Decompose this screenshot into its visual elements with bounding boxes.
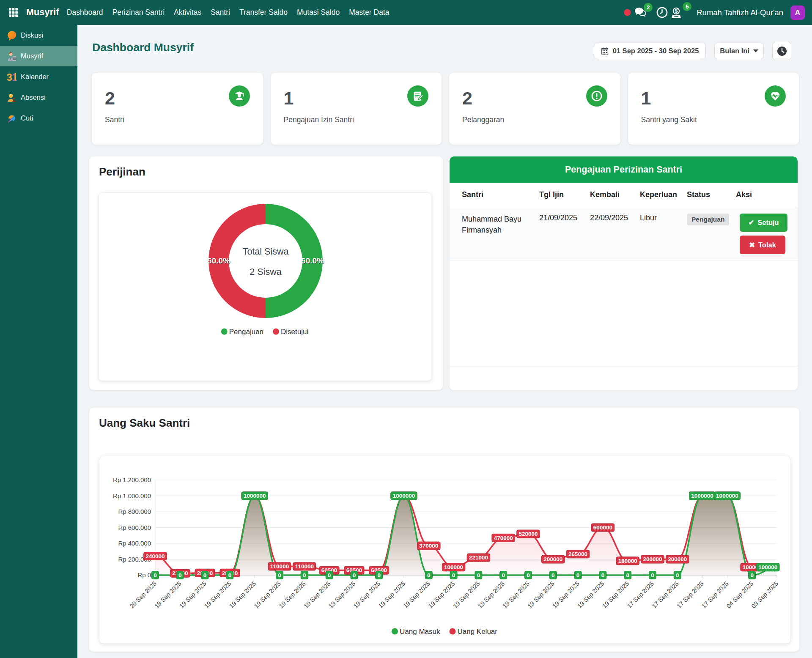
money-badge: 5 <box>683 2 691 11</box>
nav-item-perizinan-santri[interactable]: Perizinan Santri <box>107 0 169 25</box>
legend-item-0[interactable]: Pengajuan <box>221 328 263 336</box>
col-keperluan: Keperluan <box>640 183 687 207</box>
period-dropdown[interactable]: Bulan Ini <box>714 43 764 59</box>
stat-label: Santri yang Sakit <box>641 115 697 124</box>
money-button[interactable]: $ 5 <box>670 6 683 19</box>
musyrif-person-icon <box>7 51 17 61</box>
clock-icon <box>777 46 787 56</box>
svg-text:520000: 520000 <box>518 531 538 537</box>
x-icon: ✖ <box>749 241 755 249</box>
nav-item-transfer-saldo[interactable]: Transfer Saldo <box>235 0 292 25</box>
cell-aksi: ✔Setuju ✖Tolak <box>736 207 798 260</box>
svg-text:110000: 110000 <box>270 563 289 570</box>
top-navbar: Musyrif Dashboard Perizinan Santri Aktiv… <box>0 0 812 25</box>
avatar[interactable]: A <box>790 5 805 20</box>
svg-text:$: $ <box>675 8 678 14</box>
navbar-right: 2 $ 5 Rumah Tahfizh Al-Qur'an A <box>624 5 812 20</box>
cell-keperluan: Libur <box>640 207 687 260</box>
svg-text:200000: 200000 <box>643 556 662 562</box>
legend-item-1[interactable]: Disetujui <box>273 328 308 336</box>
stat-value: 1 <box>284 88 294 109</box>
requests-card-title: Pengajuan Perizinan Santri <box>450 156 798 183</box>
approve-button[interactable]: ✔Setuju <box>740 214 787 232</box>
sidebar-item-label: Cuti <box>21 114 33 122</box>
svg-text:265000: 265000 <box>568 551 587 557</box>
svg-text:0: 0 <box>228 572 232 578</box>
svg-text:50.0%: 50.0% <box>301 256 324 265</box>
svg-text:0: 0 <box>551 572 555 578</box>
col-tgl-ijin: Tgl Ijin <box>539 183 590 207</box>
svg-text:3: 3 <box>7 72 12 82</box>
svg-text:0: 0 <box>626 572 629 578</box>
table-row: Muhammad Bayu Firmansyah 21/09/2025 22/0… <box>450 207 798 260</box>
cell-status: Pengajuan <box>687 207 736 260</box>
nav-item-mutasi-saldo[interactable]: Mutasi Saldo <box>292 0 344 25</box>
history-button[interactable] <box>656 7 668 18</box>
header-controls: 01 Sep 2025 - 30 Sep 2025 Bulan Ini <box>594 42 791 60</box>
col-aksi: Aksi <box>736 183 798 207</box>
nav-item-aktivitas[interactable]: Aktivitas <box>169 0 206 25</box>
sidebar-item-label: Diskusi <box>21 31 43 39</box>
sidebar-item-diskusi[interactable]: Diskusi <box>0 25 77 46</box>
svg-text:1: 1 <box>12 72 17 82</box>
apps-grid-icon[interactable] <box>9 8 18 17</box>
cuti-umbrella-icon <box>7 113 17 123</box>
sidebar-item-kalender[interactable]: 3 1 Kalender <box>0 66 77 87</box>
svg-text:221000: 221000 <box>469 554 488 561</box>
exclamation-circle-icon <box>586 85 607 107</box>
record-dot-icon[interactable] <box>624 9 631 16</box>
requests-card: Pengajuan Perizinan Santri Santri Tgl Ij… <box>450 156 798 390</box>
status-badge: Pengajuan <box>687 214 729 225</box>
svg-text:180000: 180000 <box>618 558 637 564</box>
perijinan-title: Perijinan <box>99 165 145 178</box>
stat-value: 2 <box>462 88 472 109</box>
svg-text:0: 0 <box>452 572 455 578</box>
col-kembali: Kembali <box>590 183 640 207</box>
legend-item-0[interactable]: Uang Masuk <box>392 628 440 636</box>
stat-label: Pengajuan Izin Santri <box>284 115 354 124</box>
uang-saku-row: Uang Saku Santri Rp 0Rp 200.000Rp 400.00… <box>89 408 799 652</box>
svg-text:0: 0 <box>377 572 381 578</box>
svg-text:Rp 0: Rp 0 <box>137 571 151 578</box>
uang-saku-title: Uang Saku Santri <box>99 417 190 430</box>
chat-button[interactable]: 2 <box>634 7 647 18</box>
col-santri: Santri <box>450 183 539 207</box>
svg-text:0: 0 <box>154 572 157 578</box>
history-clock-icon <box>656 7 668 18</box>
cell-tgl-ijin: 21/09/2025 <box>539 207 590 260</box>
graduate-icon <box>229 85 250 107</box>
sidebar-item-absensi[interactable]: Absensi <box>0 87 77 108</box>
legend-item-1[interactable]: Uang Keluar <box>449 628 497 636</box>
svg-text:0: 0 <box>427 572 431 578</box>
svg-text:Pengajuan: Pengajuan <box>229 328 263 336</box>
stat-card-pelanggaran: 2 Pelanggaran <box>449 73 620 145</box>
nav-item-santri[interactable]: Santri <box>206 0 235 25</box>
nav-item-dashboard[interactable]: Dashboard <box>62 0 108 25</box>
sidebar: Diskusi Musyrif 3 1 Kalender A <box>0 25 77 658</box>
brand-title[interactable]: Musyrif <box>26 7 59 18</box>
stat-cards-row: 2 Santri 1 Pengajuan Izin Santri <box>92 73 799 145</box>
charts-row: Perijinan 50.0%50.0%50.0%50.0%Total Sisw… <box>89 156 798 390</box>
perijinan-card: Perijinan 50.0%50.0%50.0%50.0%Total Sisw… <box>89 156 443 390</box>
sidebar-item-label: Kalender <box>21 73 49 81</box>
stat-card-pengajuan-izin: 1 Pengajuan Izin Santri <box>271 73 442 145</box>
svg-text:0: 0 <box>303 572 306 578</box>
reject-button[interactable]: ✖Tolak <box>740 236 785 254</box>
absensi-person-icon <box>7 93 17 103</box>
main-content: Dashboard Musyrif 01 Sep 2025 - 30 Sep 2… <box>77 25 812 658</box>
svg-text:Uang Keluar: Uang Keluar <box>457 628 497 636</box>
sidebar-item-musyrif[interactable]: Musyrif <box>0 46 77 66</box>
diskusi-chat-icon <box>7 30 17 41</box>
svg-text:200000: 200000 <box>543 556 562 562</box>
sidebar-item-label: Absensi <box>21 93 46 101</box>
date-range-button[interactable]: 01 Sep 2025 - 30 Sep 2025 <box>594 43 706 59</box>
svg-text:1000000: 1000000 <box>244 493 266 499</box>
date-range-label: 01 Sep 2025 - 30 Sep 2025 <box>613 47 699 55</box>
svg-text:Disetujui: Disetujui <box>281 328 308 336</box>
svg-text:1000000: 1000000 <box>691 493 713 499</box>
history-toggle-button[interactable] <box>772 42 791 60</box>
money-donation-icon: $ <box>670 6 683 19</box>
svg-text:Rp 1.000.000: Rp 1.000.000 <box>113 492 151 499</box>
nav-item-master-data[interactable]: Master Data <box>344 0 394 25</box>
sidebar-item-cuti[interactable]: Cuti <box>0 108 77 129</box>
